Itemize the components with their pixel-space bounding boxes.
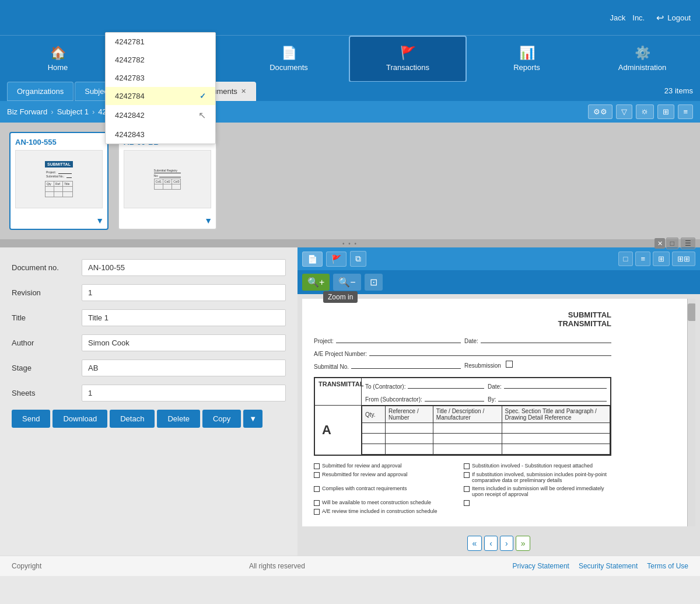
nav-documents[interactable]: 📄 Documents (231, 36, 346, 82)
tab-close-icon[interactable]: ✕ (241, 88, 246, 95)
items-count: 23 items (664, 86, 693, 101)
revision-field: Revision (12, 284, 286, 301)
next-page-button[interactable]: › (500, 536, 513, 551)
security-link[interactable]: Security Statement (579, 562, 638, 570)
chevron-down-icon[interactable]: ▼ (96, 216, 104, 225)
transactions-icon: 🚩 (400, 46, 416, 61)
revision-label: Revision (12, 288, 82, 297)
sheets-input[interactable] (82, 385, 286, 401)
revision-input[interactable] (82, 284, 286, 301)
transmittal-a-label: A (315, 406, 362, 455)
zoom-out-button[interactable]: 🔍− (333, 274, 360, 291)
panel-resizer[interactable]: • • • □ ☰ ✕ (0, 239, 700, 247)
dropdown-item-4[interactable]: 4242842 ↖ (106, 105, 215, 125)
transmittal-box: TRANSMITTAL To (Contractor): Date: (314, 377, 611, 456)
submittal-no-label: Submittal No. (314, 364, 349, 370)
dropdown-selected-icon: ✓ (200, 92, 206, 100)
doc-no-label: Document no. (12, 263, 82, 272)
nav-home-label: Home (48, 63, 68, 72)
more-actions-button[interactable]: ▼ (243, 410, 262, 428)
zoom-tooltip: Zoom in (323, 291, 358, 303)
header: Jack Inc. ↩ Logout (0, 0, 700, 35)
tab-organizations[interactable]: Organizations (7, 82, 74, 101)
breadcrumb-item-0[interactable]: Biz Forward (7, 107, 47, 116)
dropdown-item-5[interactable]: 4242843 (106, 125, 215, 144)
author-field: Author (12, 334, 286, 351)
scrollbar[interactable] (687, 299, 695, 526)
doc-card-0[interactable]: AN-100-555 SUBMITTAL Project: Submittal … (9, 132, 108, 230)
breadcrumb-item-1[interactable]: Subject 1 (57, 107, 89, 116)
compare-button[interactable]: ⧉ (350, 251, 366, 267)
administration-icon: ⚙️ (635, 46, 650, 61)
settings-button[interactable]: ⛭ (636, 104, 654, 119)
logout-button[interactable]: ↩ Logout (656, 12, 691, 23)
grid-view-button-2[interactable]: ⊞⊞ (672, 252, 695, 266)
list-view-button-2[interactable]: ≡ (635, 252, 650, 266)
last-page-button[interactable]: » (516, 536, 531, 551)
stage-input[interactable] (82, 359, 286, 376)
terms-link[interactable]: Terms of Use (647, 562, 688, 570)
date-label: Date: (464, 338, 478, 344)
zoom-fit-button[interactable]: ⊡ (365, 274, 383, 291)
nav-administration[interactable]: ⚙️ Administration (584, 36, 700, 82)
ae-label: A/E Project Number: (314, 351, 367, 357)
send-button[interactable]: Send (12, 410, 50, 428)
privacy-link[interactable]: Privacy Statement (513, 562, 569, 570)
nav-reports[interactable]: 📊 Reports (469, 36, 584, 82)
doc-view-button[interactable]: 📄 (302, 252, 323, 267)
logout-icon: ↩ (656, 12, 664, 23)
dropdown-item-label-3: 4242784 (115, 92, 145, 100)
viewer-toolbar: 📄 🚩 ⧉ □ ≡ ⊞ ⊞⊞ (298, 247, 700, 270)
page-view-button[interactable]: □ (618, 252, 634, 266)
copy-button[interactable]: Copy (202, 410, 241, 428)
meta-actions: Send Download Detach Delete Copy ▼ (12, 410, 286, 428)
prev-page-button[interactable]: ‹ (484, 536, 498, 551)
doc-content[interactable]: SUBMITTAL TRANSMITTAL Project: Date: (302, 299, 695, 526)
pagination: « ‹ › » (298, 531, 700, 556)
dropdown-item-3[interactable]: 4242784 ✓ (106, 87, 215, 105)
viewer-panel: 📄 🚩 ⧉ □ ≡ ⊞ ⊞⊞ 🔍+ 🔍− ⊡ Zoom in (298, 247, 700, 556)
cursor-icon: ↖ (198, 110, 206, 121)
dropdown-item-0[interactable]: 4242781 (106, 33, 215, 51)
submittal-title: SUBMITTAL TRANSMITTAL (314, 310, 611, 328)
scrollbar-thumb[interactable] (688, 303, 695, 321)
doc-no-input[interactable] (82, 259, 286, 276)
dropdown-item-2[interactable]: 4242783 (106, 69, 215, 87)
detach-button[interactable]: Detach (110, 410, 155, 428)
rights-text: All rights reserved (249, 562, 305, 570)
zoom-view-button[interactable]: ⊞ (653, 252, 670, 266)
flag-button[interactable]: 🚩 (326, 252, 346, 267)
delete-button[interactable]: Delete (157, 410, 200, 428)
download-button[interactable]: Download (52, 410, 107, 428)
nav-transactions-label: Transactions (386, 63, 429, 72)
doc-card-preview-1: Submittal Registry No: Col1Col2Col3 (124, 150, 211, 208)
nav-documents-label: Documents (270, 63, 308, 72)
first-page-button[interactable]: « (467, 536, 482, 551)
title-input[interactable] (82, 309, 286, 326)
nav-reports-label: Reports (513, 63, 540, 72)
single-view-button[interactable]: □ (666, 238, 678, 249)
doc-no-field: Document no. (12, 259, 286, 276)
title-field: Title (12, 309, 286, 326)
resizer-dots: • • • (342, 240, 358, 247)
split-view-button[interactable]: ☰ (681, 238, 695, 249)
dropdown-item-1[interactable]: 4242782 (106, 51, 215, 69)
checklist: Submitted for review and approval Substi… (314, 463, 611, 515)
nav-home[interactable]: 🏠 Home (0, 36, 116, 82)
sort-button[interactable]: ⚙⚙ (588, 104, 612, 119)
stage-field: Stage (12, 359, 286, 376)
doc-card-1[interactable]: AB-99-BB Submittal Registry No: Col1Col2… (118, 132, 217, 230)
project-label: Project: (314, 338, 334, 344)
main-content: Organizations Subjects Transactions Docu… (0, 82, 700, 556)
filter-button[interactable]: ▽ (616, 104, 632, 119)
nav-transactions[interactable]: 🚩 Transactions (349, 36, 467, 82)
metadata-panel: Document no. Revision Title Author Stage… (0, 247, 298, 556)
list-view-button[interactable]: ≡ (678, 104, 693, 119)
doc-card-title-0: AN-100-555 (15, 138, 103, 146)
author-input[interactable] (82, 334, 286, 351)
panel-close-button[interactable]: ✕ (654, 238, 665, 249)
chevron-down-icon-1[interactable]: ▼ (204, 216, 212, 225)
breadcrumb-actions: ⚙⚙ ▽ ⛭ ⊞ ≡ (588, 104, 693, 119)
zoom-in-button[interactable]: 🔍+ (302, 274, 330, 291)
grid-view-button[interactable]: ⊞ (657, 104, 674, 119)
